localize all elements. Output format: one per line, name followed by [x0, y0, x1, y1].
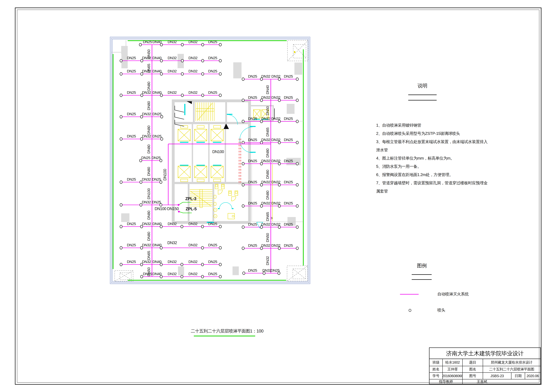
column: [287, 104, 294, 114]
sheet-border-inner: [17, 10, 539, 382]
pipe-label: DN40: [266, 85, 270, 94]
sprinkler-head-icon: [296, 78, 298, 81]
pipe-label: DN25: [248, 201, 257, 205]
stall-door-fan: [232, 197, 236, 201]
elevator-counterweight: [197, 179, 204, 182]
note-line: 5、消防水泵为一用一备。: [376, 162, 542, 171]
pipe-label: DN25: [248, 222, 257, 226]
pipe-label: DN32: [261, 201, 270, 205]
sheet-border-outer: [15, 8, 541, 384]
pipe-label: DN32: [168, 260, 177, 264]
pipe-label: DN25: [208, 90, 217, 94]
topic-value: 郑州藏龙大厦给水排水设计: [483, 359, 540, 366]
pipe-label: DN80: [147, 125, 151, 135]
note-line: 属套管: [376, 187, 542, 195]
pipe-label: DN25: [248, 159, 257, 163]
door-sill: [227, 114, 233, 115]
sprinkler-head-icon: [243, 272, 245, 275]
sprinkler-head-icon: [219, 225, 222, 228]
pipe-label: DN32: [271, 159, 280, 163]
pipe-label: DN25: [208, 222, 217, 226]
door-swing-arc: [219, 202, 232, 209]
notes-title-rule-1: [408, 94, 437, 95]
pipe-label: DN32: [271, 222, 280, 226]
pipe-label: DN25: [127, 90, 136, 94]
date-value: 2020.06: [525, 373, 540, 379]
pipe-label: DN25: [152, 112, 162, 116]
date-label: 日期: [511, 373, 525, 379]
legend-item-label: 自动喷淋灭火系统: [437, 291, 469, 297]
legend-item-label: 喷头: [437, 307, 445, 313]
door-sill: [232, 208, 233, 209]
pipe-label: DN25: [208, 243, 217, 247]
pipe-label: DN25: [284, 117, 293, 121]
pipe-label: DN32: [271, 117, 280, 121]
sprinkler-head-icon: [242, 183, 244, 186]
sprinkler-head-icon: [242, 99, 244, 102]
elevator-counterweight: [214, 125, 221, 128]
pipe-label: DN32: [168, 69, 177, 73]
title-block-row: 学号 20160608068 图号 JSBS-23 日期 2020.06: [429, 373, 540, 379]
elevator-counterweight: [197, 125, 204, 128]
sprinkler-head-icon: [296, 205, 298, 207]
sprinkler-head-icon: [201, 275, 204, 278]
pipe-label: DN32: [167, 240, 177, 245]
pipe-label: DN25: [284, 243, 293, 247]
sprinkler-head-icon: [201, 59, 204, 62]
title-block-row: 姓名 王仲胥 图名 二十五到二十六层喷淋平面图: [429, 366, 540, 373]
column: [233, 267, 239, 275]
pipe-label: DN100: [155, 207, 166, 211]
student-id-label: 学号: [429, 373, 443, 379]
corner-window-diagonal: [287, 266, 308, 281]
column: [121, 213, 130, 222]
pipe-label: DN25: [152, 156, 161, 160]
pipe-label: DN32: [142, 222, 151, 226]
column: [121, 46, 128, 54]
toilet-partition: [175, 113, 184, 119]
sprinkler-head-icon: [201, 225, 204, 228]
pipe-label: DN25: [271, 268, 280, 272]
sprinkler-head-icon: [201, 263, 204, 266]
door-sill: [184, 104, 185, 115]
elevator-door-sill: [180, 165, 188, 166]
pipe-label: DN25: [143, 272, 152, 276]
toilet: [235, 191, 237, 194]
pipe-label: DN25: [248, 268, 257, 272]
pipe-label: DN80: [147, 232, 151, 241]
sprinkler-head-icon: [219, 275, 222, 278]
note-line: 1、自动喷淋采用镀锌钢管: [376, 121, 542, 130]
pipe-label: DN32: [261, 138, 270, 142]
pipe-label: DN32: [142, 112, 151, 116]
pipe-label: DN80: [266, 148, 270, 158]
notes-title-rule-2: [408, 100, 437, 100]
pipe-label: DN25: [284, 201, 293, 205]
pipe-label: DN32: [261, 117, 270, 121]
pipe-label: DN32: [189, 222, 197, 226]
pipe-label: DN32: [142, 177, 151, 181]
pipe-label: DN25: [152, 200, 161, 204]
pipe-label: DN40: [152, 40, 162, 44]
elevator-counterweight: [214, 179, 221, 182]
sprinkler-head-icon: [296, 183, 298, 186]
riser-connection: [178, 204, 179, 206]
pipe-label: DN32: [168, 56, 177, 60]
sprinkler-pipe-line-icon: [400, 294, 419, 294]
toilet-partition: [175, 106, 184, 112]
pipe-label: DN25: [143, 40, 152, 44]
pipe-label: DN25: [284, 180, 293, 184]
pipe-label: DN25: [208, 40, 217, 44]
sprinkler-head-icon: [296, 120, 298, 123]
pipe-label: DN32: [261, 243, 270, 247]
drawing-no-label: 图号: [463, 373, 483, 379]
sink: [215, 216, 216, 217]
sprinkler-head-icon: [120, 203, 122, 206]
floor-plan-svg: DN50DN65DN80DN80DN80DN80DN80DN100DN80DN8…: [0, 0, 542, 392]
sprinkler-head-icon: [181, 275, 183, 278]
pipe-label: DN32: [168, 222, 177, 226]
pipe-label: DN40: [152, 243, 162, 247]
pipe-label: DN100: [163, 169, 167, 180]
pipe-label: DN32: [261, 74, 270, 78]
elevator-door-sill: [196, 165, 205, 166]
pipe-label: DN25: [284, 95, 293, 99]
pipe-label: DN80: [266, 170, 270, 179]
